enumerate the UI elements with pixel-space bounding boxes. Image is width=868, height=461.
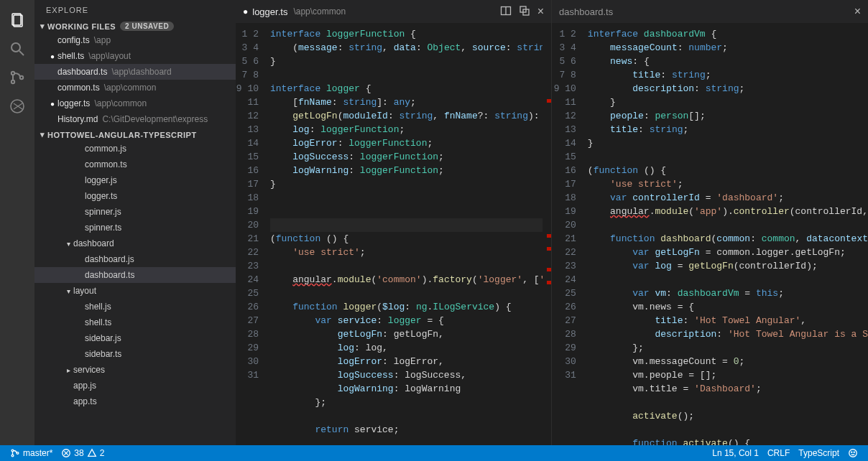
svg-point-20 — [854, 452, 854, 452]
working-files-header[interactable]: ▾ WORKING FILES 2 UNSAVED — [34, 20, 236, 32]
tree-label: services — [73, 365, 105, 375]
tree-label: common.ts — [85, 159, 127, 169]
activity-git-icon[interactable] — [0, 63, 34, 92]
status-cursor-position[interactable]: Ln 15, Col 1 — [708, 445, 763, 461]
working-file-item[interactable]: common.ts\app\common — [34, 80, 236, 96]
editor-pane-right: dashboard.ts × 1 2 3 4 5 6 7 8 9 10 11 1… — [552, 0, 868, 445]
status-feedback-icon[interactable] — [844, 445, 862, 461]
tree-label: dashboard — [73, 238, 114, 248]
tree-label: spinner.js — [85, 207, 121, 217]
tree-file[interactable]: common.js — [34, 141, 236, 157]
tab-bar-left: ● logger.ts \app\common × — [236, 0, 551, 23]
tree-folder[interactable]: ▾layout — [34, 283, 236, 299]
sidebar-title: EXPLORE — [34, 0, 236, 20]
svg-point-18 — [849, 450, 857, 457]
unsaved-badge: 2 UNSAVED — [120, 22, 174, 31]
tree-file[interactable]: spinner.ts — [34, 220, 236, 236]
file-path: C:\GitDevelopment\express — [102, 114, 208, 124]
tree-folder[interactable]: ▾dashboard — [34, 236, 236, 251]
svg-point-2 — [11, 43, 20, 52]
close-tab-icon[interactable]: × — [854, 5, 861, 18]
close-tab-icon[interactable]: × — [537, 5, 544, 19]
file-path: \app\common — [94, 98, 147, 108]
file-name: logger.ts — [57, 98, 90, 108]
tree-label: shell.js — [85, 302, 111, 312]
file-path: \app — [94, 35, 111, 45]
status-git-branch[interactable]: master* — [6, 445, 57, 461]
working-file-item[interactable]: config.ts\app — [34, 32, 236, 48]
tree-file[interactable]: logger.ts — [34, 188, 236, 204]
file-name: History.md — [57, 114, 98, 124]
split-editor-icon[interactable] — [500, 5, 512, 19]
tree-file[interactable]: shell.js — [34, 299, 236, 315]
status-language[interactable]: TypeScript — [794, 445, 844, 461]
tree-file[interactable]: app.ts — [34, 394, 236, 409]
tree-folder[interactable]: ▸services — [34, 362, 236, 378]
working-file-item[interactable]: ●logger.ts\app\common — [34, 96, 236, 111]
code-editor-right[interactable]: 1 2 3 4 5 6 7 8 9 10 11 12 13 14 15 16 1… — [552, 23, 868, 445]
svg-point-4 — [11, 72, 14, 75]
tree-label: common.js — [85, 144, 126, 154]
dirty-indicator-icon: ● — [243, 6, 248, 17]
code-editor-left[interactable]: 1 2 3 4 5 6 7 8 9 10 11 12 13 14 15 16 1… — [236, 23, 551, 445]
file-path: \app\common — [104, 83, 157, 93]
tree-label: spinner.ts — [85, 223, 121, 233]
tree-file[interactable]: spinner.js — [34, 204, 236, 220]
svg-line-3 — [19, 51, 24, 55]
working-files-list: config.ts\app●shell.ts\app\layoutdashboa… — [34, 32, 236, 127]
explorer-sidebar: EXPLORE ▾ WORKING FILES 2 UNSAVED config… — [34, 0, 236, 445]
tab-bar-right: dashboard.ts × — [552, 0, 868, 23]
tree-file[interactable]: common.ts — [34, 157, 236, 172]
activity-bar — [0, 0, 34, 445]
tree-file[interactable]: dashboard.js — [34, 251, 236, 267]
tab-filepath: \app\common — [293, 6, 346, 17]
working-file-item[interactable]: History.mdC:\GitDevelopment\express — [34, 111, 236, 127]
tree-label: shell.ts — [85, 317, 111, 327]
activity-explorer-icon[interactable] — [0, 6, 34, 34]
overview-ruler[interactable] — [542, 23, 551, 445]
tree-file[interactable]: sidebar.js — [34, 330, 236, 346]
open-changes-icon[interactable] — [519, 5, 530, 19]
tree-file[interactable]: dashboard.ts — [34, 267, 236, 283]
file-path: \app\dashboard — [111, 67, 171, 77]
status-bar: master* 38 2 Ln 15, Col 1 CRLF TypeScrip… — [0, 445, 868, 461]
file-name: config.ts — [57, 35, 90, 45]
svg-point-19 — [851, 452, 852, 452]
status-eol[interactable]: CRLF — [763, 445, 794, 461]
tree-label: dashboard.ts — [85, 270, 134, 280]
svg-point-12 — [11, 450, 14, 452]
project-header[interactable]: ▾ HOTTOWEL-ANGULAR-TYPESCRIPT — [34, 129, 236, 141]
working-file-item[interactable]: ●shell.ts\app\layout — [34, 48, 236, 64]
tree-label: sidebar.ts — [85, 349, 121, 359]
twisty-icon: ▸ — [63, 366, 73, 374]
tree-file[interactable]: app.js — [34, 378, 236, 394]
chevron-down-icon: ▾ — [37, 130, 47, 139]
twisty-icon: ▾ — [63, 287, 73, 295]
project-label: HOTTOWEL-ANGULAR-TYPESCRIPT — [47, 131, 197, 139]
tree-file[interactable]: sidebar.ts — [34, 346, 236, 362]
activity-search-icon[interactable] — [0, 34, 34, 63]
file-name: shell.ts — [57, 51, 84, 61]
tree-label: dashboard.js — [85, 254, 134, 264]
tree-label: app.ts — [73, 396, 97, 406]
working-files-label: WORKING FILES — [47, 22, 116, 31]
svg-point-13 — [11, 455, 14, 457]
tree-label: logger.js — [85, 175, 117, 185]
working-file-item[interactable]: dashboard.ts\app\dashboard — [34, 64, 236, 80]
tree-label: layout — [73, 286, 96, 296]
tab-filename[interactable]: dashboard.ts — [559, 6, 613, 17]
twisty-icon: ▾ — [63, 240, 73, 248]
status-problems[interactable]: 38 2 — [57, 445, 108, 461]
svg-point-5 — [11, 80, 14, 83]
tree-file[interactable]: logger.js — [34, 172, 236, 188]
dirty-dot-icon: ● — [47, 100, 57, 108]
file-name: common.ts — [57, 83, 100, 93]
tab-filename[interactable]: logger.ts — [252, 6, 287, 17]
chevron-down-icon: ▾ — [37, 22, 47, 31]
tree-label: sidebar.js — [85, 333, 121, 343]
file-path: \app\layout — [88, 51, 131, 61]
project-tree: common.jscommon.tslogger.jslogger.tsspin… — [34, 141, 236, 409]
tree-label: app.js — [73, 381, 96, 391]
activity-debug-icon[interactable] — [0, 92, 34, 121]
tree-file[interactable]: shell.ts — [34, 315, 236, 330]
